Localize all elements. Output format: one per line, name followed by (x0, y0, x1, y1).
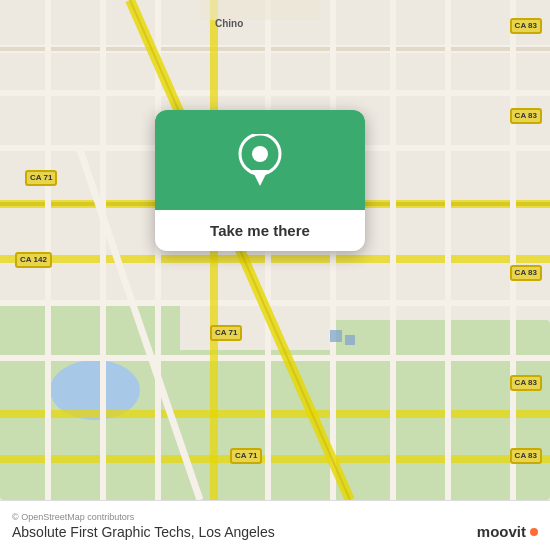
ca71-badge-3: CA 71 (230, 448, 262, 464)
map-container: Chino CA 83 CA 83 CA 71 CA 142 CA 83 CA … (0, 0, 550, 500)
location-title: Absolute First Graphic Techs, Los Angele… (12, 524, 538, 540)
svg-rect-23 (445, 0, 451, 500)
ca71-badge-2: CA 71 (210, 325, 242, 341)
ca83-badge-3: CA 83 (510, 265, 542, 281)
svg-rect-28 (330, 330, 342, 342)
svg-rect-24 (510, 0, 516, 500)
bottom-bar: © OpenStreetMap contributors Absolute Fi… (0, 500, 550, 550)
ca83-badge-5: CA 83 (510, 448, 542, 464)
svg-rect-14 (0, 410, 550, 418)
moovit-logo: moovit (477, 523, 538, 540)
ca83-badge-4: CA 83 (510, 375, 542, 391)
svg-rect-11 (0, 255, 550, 263)
svg-marker-33 (252, 170, 268, 186)
ca83-badge-1: CA 83 (510, 18, 542, 34)
take-me-there-button[interactable]: Take me there (210, 220, 310, 241)
popup-top (155, 110, 365, 210)
moovit-text: moovit (477, 523, 526, 540)
city-label: Chino (215, 18, 243, 29)
ca71-badge-1: CA 71 (25, 170, 57, 186)
svg-rect-16 (45, 0, 51, 500)
svg-rect-13 (0, 355, 550, 361)
popup-card: Take me there (155, 110, 365, 251)
svg-rect-7 (0, 90, 550, 96)
svg-rect-29 (345, 335, 355, 345)
svg-rect-30 (200, 0, 320, 20)
location-pin-icon (238, 134, 282, 186)
svg-rect-15 (0, 455, 550, 463)
svg-rect-12 (0, 300, 550, 306)
ca142-badge: CA 142 (15, 252, 52, 268)
svg-rect-6 (0, 47, 550, 51)
svg-point-32 (252, 146, 268, 162)
pin-svg (238, 134, 282, 186)
svg-rect-22 (390, 0, 396, 500)
moovit-dot-icon (530, 528, 538, 536)
popup-bottom: Take me there (155, 210, 365, 251)
copyright-text: © OpenStreetMap contributors (12, 512, 538, 522)
svg-rect-17 (100, 0, 106, 500)
ca83-badge-2: CA 83 (510, 108, 542, 124)
